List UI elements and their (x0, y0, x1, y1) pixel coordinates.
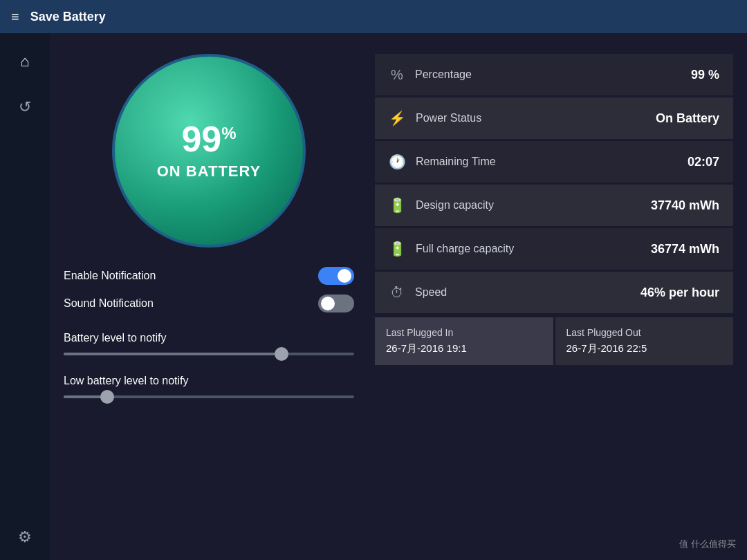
battery-level-track[interactable] (64, 353, 354, 355)
sound-notification-label: Sound Notification (64, 297, 154, 310)
last-plugged-in-value: 26-7月-2016 19:1 (386, 342, 542, 355)
main-container: ⌂ ↺ ⚙ 99% ON BATTERY Enable Notification (0, 33, 747, 560)
design-capacity-label: Design capacity (416, 199, 494, 212)
enable-notification-label: Enable Notification (64, 270, 156, 282)
right-panel: % Percentage 99 % ⚡ Power Status On Batt… (375, 54, 733, 546)
full-charge-left: 🔋 Full charge capacity (389, 241, 514, 257)
percentage-label: Percentage (415, 68, 472, 81)
power-status-left: ⚡ Power Status (389, 110, 481, 127)
design-capacity-icon: 🔋 (389, 197, 406, 214)
low-battery-track[interactable] (64, 395, 354, 398)
remaining-time-label: Remaining Time (416, 156, 496, 168)
power-status-value: On Battery (656, 111, 719, 126)
power-status-label: Power Status (416, 112, 481, 124)
last-plugged-out-box: Last Plugged Out 26-7月-2016 22:5 (555, 317, 734, 365)
sound-notification-row: Sound Notification (64, 295, 354, 312)
plug-info-row: Last Plugged In 26-7月-2016 19:1 Last Plu… (375, 317, 733, 365)
enable-notification-toggle[interactable] (318, 267, 354, 285)
low-battery-thumb[interactable] (100, 390, 114, 404)
sidebar-item-history[interactable]: ↺ (13, 93, 37, 122)
design-capacity-left: 🔋 Design capacity (389, 197, 494, 214)
percentage-value: 99 % (691, 68, 719, 82)
speed-value: 46% per hour (640, 286, 719, 300)
clock-icon: 🕐 (389, 153, 406, 170)
content-area: 99% ON BATTERY Enable Notification Sound… (50, 33, 747, 560)
remaining-time-value: 02:07 (688, 155, 719, 169)
full-charge-icon: 🔋 (389, 241, 406, 257)
battery-level-fill (64, 353, 282, 355)
battery-level-thumb[interactable] (275, 347, 288, 361)
design-capacity-value: 37740 mWh (651, 198, 719, 213)
percentage-icon: % (389, 67, 405, 83)
enable-notification-row: Enable Notification (64, 267, 354, 285)
design-capacity-row: 🔋 Design capacity 37740 mWh (375, 185, 733, 226)
title-bar: ≡ Save Battery (0, 0, 747, 33)
last-plugged-out-title: Last Plugged Out (566, 327, 723, 338)
notifications-section: Enable Notification Sound Notification (64, 267, 354, 312)
speed-icon: ⏱ (389, 285, 405, 301)
speed-label: Speed (415, 286, 447, 299)
last-plugged-in-box: Last Plugged In 26-7月-2016 19:1 (375, 317, 553, 365)
full-charge-capacity-row: 🔋 Full charge capacity 36774 mWh (375, 228, 733, 270)
sound-notification-toggle[interactable] (318, 295, 354, 312)
battery-percentage-large: 99% (181, 121, 236, 157)
sound-notification-knob (321, 297, 335, 310)
battery-circle-container: 99% ON BATTERY (112, 54, 306, 248)
low-battery-slider-section: Low battery level to notify (64, 375, 354, 398)
full-charge-value: 36774 mWh (651, 242, 719, 256)
percentage-left: % Percentage (389, 67, 472, 83)
left-panel: 99% ON BATTERY Enable Notification Sound… (64, 54, 354, 546)
sidebar: ⌂ ↺ ⚙ (0, 33, 50, 560)
battery-circle: 99% ON BATTERY (112, 54, 306, 248)
power-status-row: ⚡ Power Status On Battery (375, 97, 733, 139)
power-icon: ⚡ (389, 110, 406, 127)
low-battery-label: Low battery level to notify (64, 375, 354, 387)
battery-status-text: ON BATTERY (157, 162, 261, 180)
sidebar-item-home[interactable]: ⌂ (15, 47, 35, 76)
menu-icon[interactable]: ≡ (11, 9, 19, 25)
remaining-time-left: 🕐 Remaining Time (389, 153, 496, 170)
speed-row: ⏱ Speed 46% per hour (375, 272, 733, 313)
battery-level-slider-section: Battery level to notify (64, 332, 354, 355)
watermark: 值 什么值得买 (679, 538, 736, 550)
last-plugged-in-title: Last Plugged In (386, 327, 542, 338)
battery-level-label: Battery level to notify (64, 332, 354, 344)
last-plugged-out-value: 26-7月-2016 22:5 (566, 342, 723, 355)
app-title: Save Battery (30, 10, 106, 24)
speed-left: ⏱ Speed (389, 285, 447, 301)
percentage-row: % Percentage 99 % (375, 54, 733, 95)
remaining-time-row: 🕐 Remaining Time 02:07 (375, 141, 733, 183)
full-charge-label: Full charge capacity (416, 243, 514, 255)
sidebar-item-settings[interactable]: ⚙ (12, 523, 37, 551)
enable-notification-knob (338, 269, 351, 283)
